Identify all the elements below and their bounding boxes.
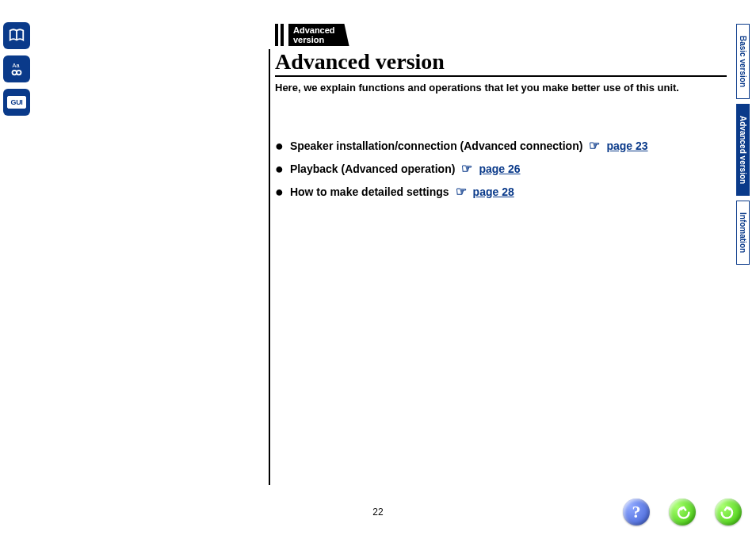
breadcrumb-tab: Advanced version [288,24,349,46]
right-tabs: Basic version Advanced version Infomatio… [736,24,750,265]
title-rule [275,75,727,77]
bullet-icon: ● [275,163,284,174]
pointer-icon: ☞ [589,138,600,153]
svg-text:Aa: Aa [13,62,21,69]
toc-link[interactable]: page 23 [606,139,647,152]
toc-text: How to make detailed settings [290,185,449,198]
tab-advanced-version[interactable]: Advanced version [736,104,750,196]
help-button[interactable]: ? [623,499,650,525]
tab-information[interactable]: Infomation [736,201,750,265]
svg-point-2 [17,71,21,75]
toc-text: Speaker installation/connection (Advance… [290,139,583,152]
breadcrumb: Advanced version [275,24,349,46]
page-title: Advanced version [275,49,726,75]
gui-icon[interactable]: GUI [3,89,30,116]
breadcrumb-line2: version [293,35,335,44]
content-frame-line [269,49,270,485]
book-icon[interactable] [3,22,30,49]
bullet-icon: ● [275,186,284,197]
back-button[interactable] [669,499,696,525]
forward-button[interactable] [715,499,742,525]
toc-link[interactable]: page 28 [473,185,514,198]
toc-link[interactable]: page 26 [479,162,520,175]
toc-item: ● How to make detailed settings ☞ page 2… [275,184,726,199]
breadcrumb-bars [275,24,284,46]
index-icon[interactable]: Aa [3,55,30,82]
page-subtitle: Here, we explain functions and operation… [275,82,726,94]
bottom-buttons: ? [623,499,742,525]
gui-label: GUI [7,96,25,109]
tab-basic-version[interactable]: Basic version [736,24,750,99]
breadcrumb-line1: Advanced [293,25,335,35]
toc-text: Playback (Advanced operation) [290,162,456,175]
toc-list: ● Speaker installation/connection (Advan… [275,138,726,199]
pointer-icon: ☞ [461,161,472,176]
pointer-icon: ☞ [456,184,467,199]
left-sidebar: Aa GUI [3,22,30,116]
toc-item: ● Speaker installation/connection (Advan… [275,138,726,153]
bullet-icon: ● [275,140,284,151]
main-content: Advanced version Here, we explain functi… [275,49,726,199]
toc-item: ● Playback (Advanced operation) ☞ page 2… [275,161,726,176]
